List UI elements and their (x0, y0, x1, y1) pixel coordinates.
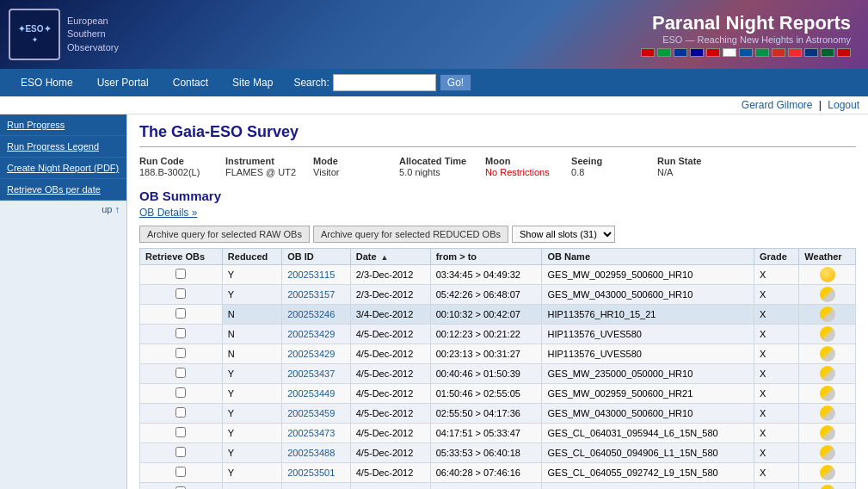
date-cell: 4/5-Dec-2012 (350, 404, 430, 424)
retrieve-checkbox[interactable] (175, 387, 186, 398)
ob-table: Retrieve OBs Reduced OB ID Date ▲ from >… (139, 248, 856, 489)
weather-cell (799, 285, 856, 305)
retrieve-checkbox[interactable] (175, 269, 186, 279)
weather-cell (799, 483, 856, 490)
ob-id-link[interactable]: 200253501 (287, 467, 335, 478)
ob-id-link[interactable]: 200253115 (287, 269, 335, 280)
date-cell: 4/5-Dec-2012 (350, 424, 430, 443)
retrieve-checkbox[interactable] (175, 427, 186, 437)
eso-logo: ✦ESO✦✦ (9, 9, 60, 60)
ob-name-cell: GES_CL_064055_092742_L9_15N_580 (542, 463, 754, 483)
ob-name-cell: GES_CL_064050_094906_L1_15N_580 (542, 443, 754, 463)
date-cell: 3/4-Dec-2012 (350, 305, 430, 325)
run-code-value: 188.B-3002(L) (139, 167, 200, 177)
flag-5 (706, 48, 720, 57)
ob-name-cell: GES_MW_235000_050000_HR10 (542, 364, 754, 384)
ob-id-link[interactable]: 200253429 (287, 349, 335, 359)
main-content: The Gaia-ESO Survey Run Code 188.B-3002(… (127, 115, 868, 489)
ob-name-cell: HIP113576_HR10_15_21 (542, 305, 754, 325)
seeing-label: Seeing (571, 156, 640, 166)
show-slots-select[interactable]: Show all slots (31) (512, 226, 615, 243)
flag-12 (821, 48, 834, 57)
ob-id-link[interactable]: 200253246 (287, 309, 335, 319)
search-label: Search: (293, 77, 329, 89)
retrieve-checkbox[interactable] (175, 407, 186, 418)
flag-2 (657, 48, 671, 57)
grade-cell: X (754, 265, 799, 285)
sidebar-up-link[interactable]: up ↑ (0, 201, 126, 218)
retrieve-checkbox[interactable] (175, 308, 186, 319)
flag-13 (837, 48, 851, 57)
run-state-col: Run State N/A (657, 156, 743, 178)
reduced-cell: Y (222, 404, 281, 424)
grade-cell: X (754, 384, 799, 404)
ob-id-link[interactable]: 200253429 (287, 329, 335, 339)
weather-cell (799, 305, 856, 325)
ob-name-cell: GES_MW_002959_500600_HR21 (542, 384, 754, 404)
grade-cell: X (754, 404, 799, 424)
ob-details-link[interactable]: OB Details » (139, 207, 197, 219)
reduced-cell: Y (222, 443, 281, 463)
reduced-cell: N (222, 325, 281, 344)
sidebar-item-retrieve-obs[interactable]: Retrieve OBs per date (0, 179, 126, 201)
weather-icon (820, 267, 835, 282)
ob-id-link[interactable]: 200253437 (287, 368, 335, 379)
col-header-date: Date ▲ (350, 249, 430, 265)
retrieve-checkbox[interactable] (175, 368, 186, 378)
col-header-grade: Grade (754, 249, 799, 265)
weather-icon (820, 445, 835, 461)
nav-user-portal[interactable]: User Portal (85, 69, 161, 96)
col-header-retrieve: Retrieve OBs (140, 249, 223, 265)
raw-query-button[interactable]: Archive query for selected RAW OBs (139, 226, 310, 243)
ob-name-cell: HIP113576_UVES580 (542, 325, 754, 344)
retrieve-checkbox[interactable] (175, 288, 186, 299)
reduced-query-button[interactable]: Archive query for selected REDUCED OBs (313, 226, 508, 243)
from-to-cell: 07:46:54 > 08:20:09 (430, 483, 542, 490)
grade-cell: X (754, 424, 799, 443)
nav-site-map[interactable]: Site Map (220, 69, 285, 96)
main-layout: Run Progress Run Progress Legend Create … (0, 115, 868, 489)
user-name-link[interactable]: Gerard Gilmore (742, 99, 813, 111)
flag-8 (755, 48, 769, 57)
retrieve-checkbox[interactable] (175, 467, 186, 477)
nav-contact[interactable]: Contact (161, 69, 220, 96)
from-to-cell: 04:17:51 > 05:33:47 (430, 424, 542, 443)
ob-id-link[interactable]: 200253157 (287, 289, 335, 300)
weather-cell (799, 344, 856, 364)
reduced-cell: N (222, 305, 281, 325)
from-to-cell: 03:34:45 > 04:49:32 (430, 265, 542, 285)
nav-eso-home[interactable]: ESO Home (9, 69, 85, 96)
ob-id-link[interactable]: 200253473 (287, 428, 335, 438)
sidebar-item-run-progress-legend[interactable]: Run Progress Legend (0, 136, 126, 158)
ob-name-cell: HIP038747_HR10_15_21 (542, 483, 754, 490)
instrument-col: Instrument FLAMES @ UT2 (225, 156, 313, 178)
weather-icon (820, 346, 835, 362)
action-button-bar: Archive query for selected RAW OBs Archi… (139, 226, 856, 243)
ob-id-link[interactable]: 200253488 (287, 448, 335, 458)
search-input[interactable] (333, 74, 436, 91)
sidebar-item-create-night-report[interactable]: Create Night Report (PDF) (0, 158, 126, 179)
ob-id-link[interactable]: 200253459 (287, 408, 335, 418)
ob-id-link[interactable]: 200253449 (287, 388, 335, 399)
search-go-button[interactable]: Go! (440, 74, 471, 91)
retrieve-checkbox[interactable] (175, 328, 186, 338)
logout-link[interactable]: Logout (828, 99, 859, 111)
reduced-cell: N (222, 483, 281, 490)
weather-icon (820, 485, 835, 489)
run-state-value: N/A (657, 167, 673, 177)
date-cell: 4/5-Dec-2012 (350, 325, 430, 344)
from-to-cell: 05:42:26 > 06:48:07 (430, 285, 542, 305)
sidebar-item-run-progress[interactable]: Run Progress (0, 115, 126, 136)
mode-col: Mode Visitor (313, 156, 399, 178)
date-cell: 2/3-Dec-2012 (350, 285, 430, 305)
retrieve-checkbox[interactable] (175, 447, 186, 457)
page-subtitle: ESO — Reaching New Heights in Astronomy (641, 34, 851, 45)
reduced-cell: Y (222, 265, 281, 285)
weather-cell (799, 443, 856, 463)
instrument-label: Instrument (225, 156, 296, 166)
retrieve-checkbox[interactable] (175, 348, 186, 358)
flag-6 (723, 48, 736, 57)
sidebar: Run Progress Run Progress Legend Create … (0, 115, 127, 489)
run-info: Run Code 188.B-3002(L) Instrument FLAMES… (139, 156, 856, 178)
allocated-time-col: Allocated Time 5.0 nights (399, 156, 485, 178)
